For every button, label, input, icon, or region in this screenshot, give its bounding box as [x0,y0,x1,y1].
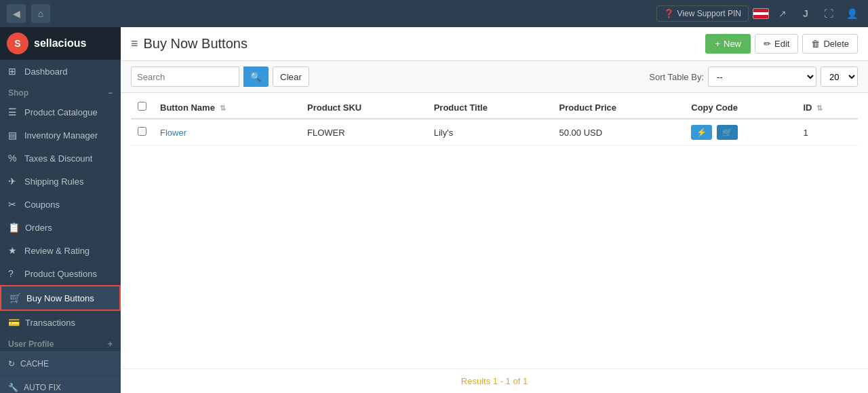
table-header-row: Button Name ⇅ Product SKU Product Title … [131,96,858,119]
col-button-name: Button Name ⇅ [153,96,300,119]
select-all-cell [131,96,153,119]
button-name-link[interactable]: Flower [160,128,186,138]
logo-area: S sellacious [0,27,121,60]
shipping-icon: ✈ [8,176,19,187]
clear-label: Clear [280,72,302,82]
product-catalogue-icon: ☰ [8,107,19,117]
user-profile-add-icon[interactable]: + [108,339,113,349]
sidebar-item-label: Orders [25,223,52,233]
topbar: ◀ ⌂ ❓ View Support PIN ↗ J ⛶ 👤 [0,0,868,27]
sidebar-item-label: Transactions [25,318,75,328]
table-wrapper: Button Name ⇅ Product SKU Product Title … [121,93,868,369]
delete-label: Delete [823,39,849,49]
shop-label: Shop [8,88,28,98]
row-checkbox-cell [131,119,153,146]
cache-button[interactable]: ↻ CACHE [0,352,121,376]
search-input[interactable] [131,67,239,87]
sidebar-item-shipping-rules[interactable]: ✈ Shipping Rules [0,170,121,193]
autofix-button[interactable]: 🔧 AUTO FIX [0,376,121,393]
col-id: ID ⇅ [796,96,858,119]
user-button[interactable]: 👤 [842,4,861,23]
select-all-checkbox[interactable] [138,102,146,111]
support-pin-button[interactable]: ❓ View Support PIN [656,5,749,22]
header-actions: + New ✏ Edit 🗑 Delete [705,34,858,54]
results-bar: Results 1 - 1 of 1 [121,369,868,393]
sidebar-item-product-questions[interactable]: ? Product Questions [0,262,121,285]
data-table: Button Name ⇅ Product SKU Product Title … [131,96,858,146]
autofix-label: AUTO FIX [24,383,61,392]
support-pin-label: View Support PIN [677,9,742,18]
page-title: ≡ Buy Now Buttons [131,36,698,52]
sidebar-item-dashboard[interactable]: ⊞ Dashboard [0,60,121,83]
sidebar-section-shop: Shop − [0,83,121,100]
sidebar-item-label: Review & Rating [24,246,90,256]
taxes-icon: % [8,153,19,164]
sidebar-item-review-rating[interactable]: ★ Review & Rating [0,239,121,262]
edit-icon: ✏ [764,39,771,49]
main-content: ≡ Buy Now Buttons + New ✏ Edit 🗑 Delete [121,27,868,393]
sidebar-item-product-catalogue[interactable]: ☰ Product Catalogue [0,100,121,124]
results-text: Results 1 - 1 of 1 [461,376,528,386]
row-id: 1 [796,119,858,146]
row-button-name: Flower [153,119,300,146]
expand-button[interactable]: ⛶ [819,4,838,23]
sidebar-item-taxes-discount[interactable]: % Taxes & Discount [0,147,121,170]
sort-id-icon[interactable]: ⇅ [816,104,823,112]
layout: S sellacious ⊞ Dashboard Shop − ☰ Produc… [0,27,868,393]
clear-button[interactable]: Clear [273,67,309,87]
review-icon: ★ [8,245,19,256]
inventory-icon: ▤ [8,130,19,141]
sort-select[interactable]: -- Button Name Product SKU Product Title… [708,67,816,87]
sidebar-item-transactions[interactable]: 💳 Transactions [0,311,121,334]
logo-icon: S [7,33,28,54]
cache-label: CACHE [20,359,49,369]
joomla-button[interactable]: J [796,4,815,23]
new-label: New [724,39,741,49]
external-link-button[interactable]: ↗ [773,4,792,23]
row-product-sku: FLOWER [300,119,427,146]
edit-button[interactable]: ✏ Edit [755,34,798,54]
transactions-icon: 💳 [8,317,20,328]
sort-button-name-icon[interactable]: ⇅ [220,104,226,112]
col-product-sku: Product SKU [300,96,427,119]
per-page-select[interactable]: 5 10 15 20 25 50 [821,67,858,87]
page-title-text: Buy Now Buttons [144,36,248,52]
sort-label: Sort Table By: [649,72,704,82]
copy-code-button[interactable]: ⚡ [691,125,712,140]
search-button[interactable]: 🔍 [243,67,269,87]
row-checkbox[interactable] [138,127,146,136]
sidebar: S sellacious ⊞ Dashboard Shop − ☰ Produc… [0,27,121,393]
new-button[interactable]: + New [705,34,751,54]
col-product-title: Product Title [427,96,553,119]
main-header: ≡ Buy Now Buttons + New ✏ Edit 🗑 Delete [121,27,868,61]
cache-icon: ↻ [8,359,15,369]
sidebar-item-label: Product Questions [24,269,97,279]
table-row: Flower FLOWER Lily's 50.00 USD ⚡ 🛒 1 [131,119,858,146]
sidebar-item-inventory-manager[interactable]: ▤ Inventory Manager [0,124,121,147]
coupons-icon: ✂ [8,199,19,210]
delete-button[interactable]: 🗑 Delete [802,34,858,54]
sidebar-item-label: Taxes & Discount [24,153,92,164]
home-button[interactable]: ⌂ [31,4,50,23]
sidebar-item-label: Shipping Rules [24,176,83,187]
new-icon: + [715,39,720,49]
orders-icon: 📋 [8,222,20,233]
sidebar-item-orders[interactable]: 📋 Orders [0,216,121,239]
shop-collapse-icon[interactable]: − [108,88,113,98]
search-icon: 🔍 [250,72,262,82]
back-button[interactable]: ◀ [7,4,26,23]
sidebar-item-buy-now-buttons[interactable]: 🛒 Buy Now Buttons [0,285,121,311]
support-pin-icon: ❓ [664,9,674,18]
row-product-price: 50.00 USD [553,119,685,146]
sidebar-item-coupons[interactable]: ✂ Coupons [0,193,121,216]
user-profile-label: User Profile [8,339,54,349]
cart-button[interactable]: 🛒 [717,125,738,140]
dashboard-icon: ⊞ [8,66,19,77]
col-copy-code: Copy Code [684,96,796,119]
sidebar-item-label: Buy Now Buttons [26,293,94,303]
sidebar-item-label: Product Catalogue [24,107,98,117]
topbar-right: ❓ View Support PIN ↗ J ⛶ 👤 [656,4,862,23]
buy-now-icon: 🛒 [9,293,21,303]
sidebar-bottom: ↻ CACHE 🔧 AUTO FIX 📄 DOCUMENTATION ❓ SUP… [0,352,121,393]
row-copy-code: ⚡ 🛒 [684,119,796,146]
